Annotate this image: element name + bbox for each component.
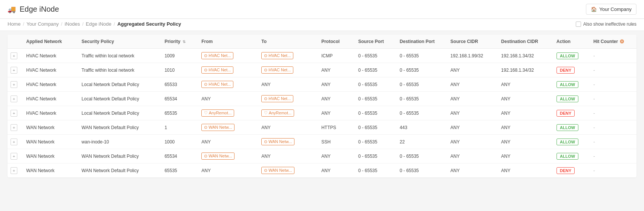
action-cell: ALLOW <box>554 149 590 163</box>
expand-button[interactable]: + <box>11 139 17 145</box>
to-network-tag[interactable]: ⊙ WAN Netw... <box>261 167 294 174</box>
breadcrumb-edge-inode[interactable]: Edge iNode <box>86 21 112 27</box>
from-cell: ANY <box>198 135 258 149</box>
sort-icon: ⇅ <box>182 40 186 44</box>
breadcrumb-inodes[interactable]: iNodes <box>64 21 80 27</box>
applied-network-cell: HVAC Network <box>23 77 79 92</box>
hit-counter-cell: - <box>590 106 636 120</box>
table-row: +HVAC NetworkLocal Network Default Polic… <box>8 106 636 120</box>
also-show-label: Also show ineffective rules <box>583 22 636 27</box>
col-expand <box>8 35 23 49</box>
from-cell: ⊙ WAN Netw... <box>198 120 258 135</box>
to-network-tag[interactable]: ⊙ HVAC Net... <box>261 95 293 102</box>
hit-counter-cell: - <box>590 163 636 178</box>
col-security-policy: Security Policy <box>78 35 161 49</box>
source-cidr-cell: ANY <box>448 92 498 106</box>
destination-cidr-cell: ANY <box>498 149 554 163</box>
hit-counter-cell: - <box>590 149 636 163</box>
action-badge: ALLOW <box>557 81 578 88</box>
source-port-cell: 0 - 65535 <box>355 63 397 77</box>
destination-cidr-cell: ANY <box>498 92 554 106</box>
expand-button[interactable]: + <box>11 153 17 160</box>
breadcrumb: Home / Your Company / iNodes / Edge iNod… <box>8 21 181 27</box>
col-source-cidr: Source CIDR <box>448 35 498 49</box>
table-row: +WAN NetworkWAN Network Default Policy65… <box>8 163 636 178</box>
hit-counter-cell: - <box>590 49 636 63</box>
breadcrumb-company[interactable]: Your Company <box>26 21 59 27</box>
col-source-port: Source Port <box>355 35 397 49</box>
security-policy-cell: Traffic within local network <box>78 63 161 77</box>
main-content: Applied Network Security Policy Priority… <box>0 31 644 181</box>
action-cell: ALLOW <box>554 92 590 106</box>
from-network-tag[interactable]: ⊙ WAN Netw... <box>201 152 235 160</box>
hit-counter-value: - <box>593 125 595 130</box>
action-badge: DENY <box>557 110 575 117</box>
from-cell: ⊙ HVAC Net... <box>198 63 258 77</box>
from-network-tag[interactable]: ⊙ HVAC Net... <box>201 52 233 59</box>
col-action: Action <box>554 35 590 49</box>
from-network-tag[interactable]: ⊙ HVAC Net... <box>201 81 233 88</box>
action-badge: DENY <box>557 167 575 174</box>
company-badge[interactable]: 🏠 Your Company <box>586 4 636 15</box>
from-network-tag[interactable]: ⊙ WAN Netw... <box>201 124 235 131</box>
from-cell: ♡ AnyRemot... <box>198 106 258 120</box>
to-network-tag[interactable]: ⊙ WAN Netw... <box>261 138 294 145</box>
source-cidr-cell: ANY <box>448 120 498 135</box>
col-priority[interactable]: Priority ⇅ <box>161 35 198 49</box>
protocol-cell: ANY <box>318 63 355 77</box>
action-badge: ALLOW <box>557 139 578 145</box>
destination-cidr-cell: ANY <box>498 135 554 149</box>
protocol-cell: ANY <box>318 92 355 106</box>
to-cell: ⊙ HVAC Net... <box>258 49 318 63</box>
destination-port-cell: 22 <box>397 135 448 149</box>
from-cell: ⊙ HVAC Net... <box>198 77 258 92</box>
action-cell: DENY <box>554 63 590 77</box>
breadcrumb-home[interactable]: Home <box>8 21 21 27</box>
destination-port-cell: 0 - 65535 <box>397 77 448 92</box>
home-icon: 🏠 <box>591 6 597 12</box>
destination-port-cell: 0 - 65535 <box>397 92 448 106</box>
source-port-cell: 0 - 65535 <box>355 149 397 163</box>
priority-cell: 1 <box>161 120 198 135</box>
table-row: +WAN Networkwan-inode-101000ANY⊙ WAN Net… <box>8 135 636 149</box>
table-row: +WAN NetworkWAN Network Default Policy65… <box>8 149 636 163</box>
security-policy-cell: Local Network Default Policy <box>78 106 161 120</box>
expand-button[interactable]: + <box>11 110 17 117</box>
source-cidr-cell: ANY <box>448 163 498 178</box>
destination-cidr-cell: 192.168.1.34/32 <box>498 49 554 63</box>
to-cell: ANY <box>258 120 318 135</box>
to-network-tag[interactable]: ⊙ HVAC Net... <box>261 52 293 59</box>
to-cell: ⊙ WAN Netw... <box>258 163 318 178</box>
security-policy-cell: Local Network Default Policy <box>78 92 161 106</box>
action-badge: ALLOW <box>557 153 578 160</box>
expand-button[interactable]: + <box>11 167 17 174</box>
to-network-tag[interactable]: ♡ AnyRemot... <box>261 109 294 117</box>
security-policy-cell: Local Network Default Policy <box>78 77 161 92</box>
action-cell: ALLOW <box>554 49 590 63</box>
expand-button[interactable]: + <box>11 81 17 88</box>
action-badge: ALLOW <box>557 52 578 59</box>
hit-counter-cell: - <box>590 135 636 149</box>
priority-cell: 65534 <box>161 149 198 163</box>
expand-button[interactable]: + <box>11 52 17 59</box>
to-network-tag[interactable]: ⊙ HVAC Net... <box>261 66 293 74</box>
expand-button[interactable]: + <box>11 124 17 131</box>
destination-port-cell: 0 - 65535 <box>397 49 448 63</box>
expand-button[interactable]: + <box>11 67 17 74</box>
table-row: +HVAC NetworkTraffic within local networ… <box>8 63 636 77</box>
table-row: +WAN NetworkWAN Network Default Policy1⊙… <box>8 120 636 135</box>
source-cidr-cell: ANY <box>448 149 498 163</box>
from-network-tag[interactable]: ♡ AnyRemot... <box>201 109 234 117</box>
from-cell: ANY <box>198 92 258 106</box>
applied-network-cell: WAN Network <box>23 120 79 135</box>
expand-button[interactable]: + <box>11 95 17 102</box>
applied-network-cell: WAN Network <box>23 163 79 178</box>
security-policy-cell: WAN Network Default Policy <box>78 163 161 178</box>
ineffective-rules-checkbox[interactable] <box>576 22 581 27</box>
destination-cidr-cell: ANY <box>498 120 554 135</box>
also-show-control[interactable]: Also show ineffective rules <box>576 22 636 27</box>
gear-icon[interactable]: ⚙ <box>619 39 624 45</box>
from-network-tag[interactable]: ⊙ HVAC Net... <box>201 66 233 74</box>
col-applied-network: Applied Network <box>23 35 79 49</box>
protocol-cell: ICMP <box>318 49 355 63</box>
